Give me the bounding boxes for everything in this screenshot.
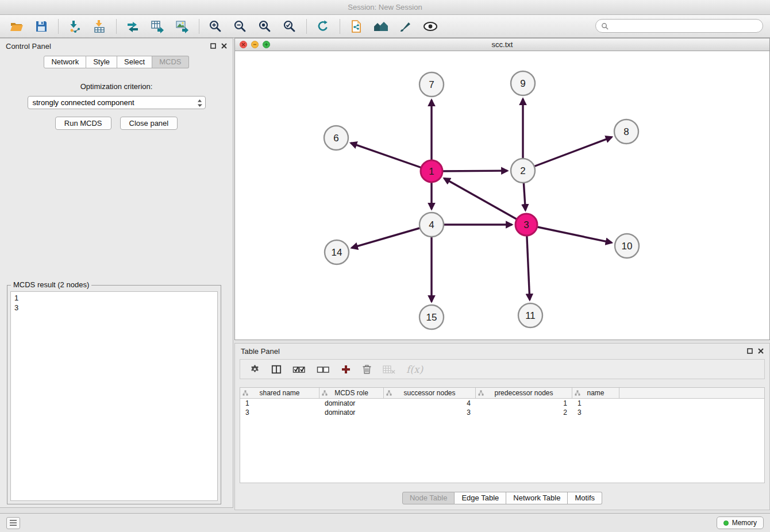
- svg-text:7: 7: [429, 79, 434, 90]
- eye-icon: [423, 21, 438, 32]
- edge-3-10[interactable]: [526, 225, 612, 242]
- search-input[interactable]: [612, 22, 757, 30]
- optimization-criterion-select[interactable]: strongly connected component: [28, 96, 206, 109]
- svg-text:3: 3: [523, 219, 529, 230]
- close-panel-button[interactable]: Close panel: [120, 117, 178, 130]
- node-11[interactable]: 11: [518, 303, 542, 327]
- node-2[interactable]: 2: [511, 159, 535, 183]
- show-columns-button[interactable]: [271, 364, 282, 375]
- control-panel-tabs: NetworkStyleSelectMCDS: [0, 56, 233, 68]
- network-graph-canvas[interactable]: 7968124314101511: [235, 51, 769, 340]
- column-type-icon: [322, 390, 328, 396]
- svg-text:4: 4: [429, 219, 434, 230]
- node-1[interactable]: 1: [421, 160, 442, 182]
- add-column-button[interactable]: [341, 364, 351, 375]
- table-tab-motifs[interactable]: Motifs: [568, 492, 602, 504]
- maximize-window-button[interactable]: [263, 41, 270, 48]
- export-network-button[interactable]: [122, 17, 144, 36]
- node-14[interactable]: 14: [325, 240, 349, 264]
- float-panel-icon[interactable]: [210, 43, 216, 49]
- table-tab-edge-table[interactable]: Edge Table: [455, 492, 506, 504]
- table-row[interactable]: 1dominator411: [240, 399, 764, 408]
- table-cell[interactable]: 3: [572, 408, 619, 417]
- memory-button[interactable]: Memory: [717, 516, 764, 529]
- tab-select[interactable]: Select: [117, 56, 152, 68]
- node-4[interactable]: 4: [419, 213, 444, 237]
- table-cell[interactable]: dominator: [319, 408, 384, 417]
- export-table-button[interactable]: [147, 17, 168, 36]
- node-8[interactable]: 8: [614, 119, 638, 144]
- node-9[interactable]: 9: [511, 71, 535, 95]
- network-overview-button[interactable]: [370, 17, 392, 36]
- table-cell[interactable]: 4: [384, 399, 476, 407]
- node-3[interactable]: 3: [515, 214, 537, 236]
- table-row[interactable]: 3dominator323: [240, 408, 764, 417]
- delete-column-button[interactable]: [362, 364, 372, 375]
- column-header-shared-name[interactable]: shared name: [240, 388, 319, 398]
- float-panel-icon[interactable]: [747, 348, 753, 354]
- show-graphics-button[interactable]: [419, 17, 441, 36]
- node-10[interactable]: 10: [615, 234, 639, 258]
- tab-mcds[interactable]: MCDS: [152, 56, 188, 68]
- table-cell[interactable]: 3: [384, 408, 476, 417]
- save-session-button[interactable]: [30, 17, 52, 36]
- run-mcds-button[interactable]: Run MCDS: [55, 117, 111, 130]
- svg-text:15: 15: [426, 312, 437, 323]
- open-session-button[interactable]: [6, 17, 28, 36]
- node-6[interactable]: 6: [324, 126, 348, 150]
- close-window-button[interactable]: [240, 41, 247, 48]
- minimize-window-button[interactable]: [251, 41, 259, 48]
- delete-table-icon: [383, 365, 395, 374]
- close-panel-icon[interactable]: [221, 43, 227, 49]
- column-header-MCDS-role[interactable]: MCDS role: [319, 388, 384, 398]
- zoom-fit-icon: [258, 20, 272, 33]
- network-document-button[interactable]: [345, 17, 367, 36]
- table-cell[interactable]: 1: [572, 399, 619, 407]
- table-panel-title: Table Panel: [241, 347, 280, 356]
- apply-layout-button[interactable]: [312, 17, 334, 36]
- select-all-button[interactable]: [292, 365, 306, 374]
- table-cell[interactable]: 2: [476, 408, 572, 417]
- app-title: Session: New Session: [348, 3, 422, 11]
- table-settings-button[interactable]: [249, 364, 260, 375]
- search-field[interactable]: [595, 19, 763, 33]
- column-header-successor-nodes[interactable]: successor nodes: [384, 388, 476, 398]
- table-cell[interactable]: 1: [240, 399, 319, 407]
- table-tab-node-table[interactable]: Node Table: [402, 492, 455, 504]
- edge-2-8[interactable]: [523, 137, 612, 171]
- export-image-button[interactable]: [171, 17, 193, 36]
- save-icon: [34, 20, 48, 33]
- deselect-all-button[interactable]: [317, 365, 330, 374]
- edge-3-1[interactable]: [444, 178, 526, 225]
- import-network-button[interactable]: [64, 17, 86, 36]
- task-history-button[interactable]: [6, 517, 20, 529]
- toolbar-separator: [306, 19, 307, 34]
- edge-1-6[interactable]: [351, 143, 432, 171]
- close-icon: [241, 43, 245, 47]
- close-panel-icon[interactable]: [758, 348, 764, 354]
- table-cell[interactable]: 1: [476, 399, 572, 407]
- column-header-name[interactable]: name: [572, 388, 619, 398]
- zoom-selected-button[interactable]: [279, 17, 301, 36]
- table-tab-network-table[interactable]: Network Table: [506, 492, 568, 504]
- import-table-button[interactable]: [88, 17, 110, 36]
- task-list-icon: [9, 519, 17, 526]
- zoom-out-button[interactable]: [229, 17, 251, 36]
- table-delete-icon: [383, 365, 395, 374]
- column-header-filler: [619, 388, 764, 398]
- node-7[interactable]: 7: [419, 72, 444, 97]
- table-cell[interactable]: dominator: [319, 399, 384, 407]
- document-share-icon: [349, 20, 363, 33]
- houses-icon: [373, 20, 389, 33]
- zoom-in-button[interactable]: [205, 17, 226, 36]
- zoom-fit-button[interactable]: [254, 17, 276, 36]
- apply-style-button[interactable]: [395, 17, 417, 36]
- node-15[interactable]: 15: [419, 305, 444, 329]
- tab-style[interactable]: Style: [86, 56, 117, 68]
- column-header-predecessor-nodes[interactable]: predecessor nodes: [476, 388, 572, 398]
- control-panel-header: Control Panel: [0, 38, 233, 53]
- table-cell[interactable]: 3: [240, 408, 319, 417]
- tab-network[interactable]: Network: [44, 56, 86, 68]
- mcds-result-list: 13: [10, 291, 218, 501]
- column-type-icon: [575, 390, 580, 396]
